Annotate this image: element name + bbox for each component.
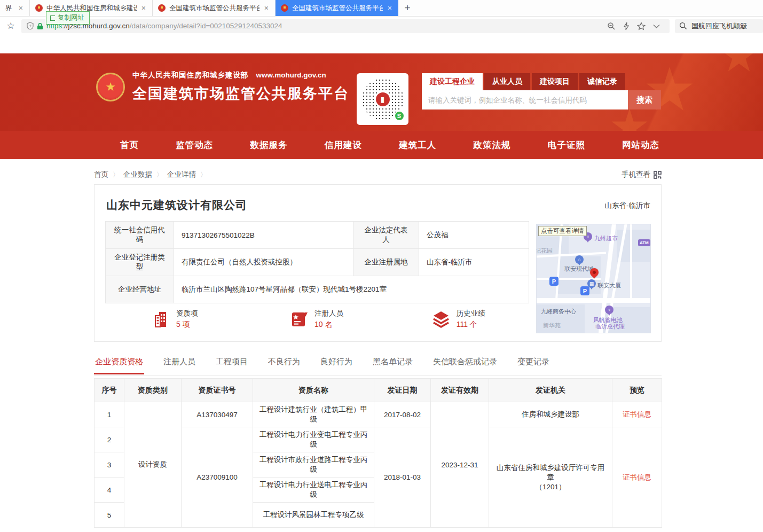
company-info-table: 统一社会信用代码 91371302675501022B 企业法定代表人 公茂福 … (105, 221, 529, 303)
site-favicon-icon (35, 4, 43, 12)
col-seq: 序号 (95, 379, 124, 402)
search-tab-enterprise[interactable]: 建设工程企业 (422, 73, 483, 90)
preview-cell: 证书信息 (612, 402, 662, 427)
new-tab-button[interactable]: + (398, 0, 416, 16)
reg-type-label: 企业登记注册类型 (106, 249, 174, 276)
qr-center-logo-icon: ▮ (374, 91, 391, 108)
qr-pattern: ▮ S (362, 79, 404, 120)
ministry-url: www.mohurd.gov.cn (256, 71, 326, 79)
col-expiry: 发证有效期 (431, 379, 489, 402)
tab-close-icon[interactable]: × (263, 4, 270, 12)
authority-line2: （1201） (493, 482, 608, 492)
address-label: 企业经营地址 (106, 276, 174, 303)
breadcrumb-home[interactable]: 首页 (94, 170, 108, 179)
tab-good-behavior[interactable]: 良好行为 (319, 354, 353, 374)
tab-qualifications[interactable]: 企业资质资格 (94, 354, 144, 374)
col-authority: 发证机关 (489, 379, 612, 402)
tab-dishonesty-records[interactable]: 失信联合惩戒记录 (432, 354, 498, 374)
search-tab-project[interactable]: 建设项目 (532, 73, 578, 90)
certificate-icon (291, 311, 308, 327)
nav-item-supervision[interactable]: 监管动态 (176, 139, 213, 151)
site-header: ★ 中华人民共和国住房和城乡建设部www.mohurd.gov.cn 全国建筑市… (0, 53, 763, 131)
table-row: 1 设计资质 A137030497 工程设计建筑行业（建筑工程）甲级 2017-… (95, 402, 662, 427)
chevron-down-icon[interactable] (653, 24, 660, 28)
tab-change-records[interactable]: 变更记录 (516, 354, 550, 374)
map-label: 新华苑 (543, 322, 561, 330)
nav-item-policy[interactable]: 政策法规 (473, 139, 510, 151)
map-label: 联安大厦 (597, 281, 621, 290)
nav-item-home[interactable]: 首页 (120, 139, 139, 151)
category-cell: 设计资质 (124, 402, 182, 528)
col-category: 资质类别 (124, 379, 182, 402)
nav-item-workers[interactable]: 建筑工人 (399, 139, 436, 151)
browser-tab-active[interactable]: 全国建筑市场监管公共服务平台 × (276, 0, 398, 16)
map-label: 九峰商务中心 (541, 308, 576, 316)
search-icon (679, 22, 687, 30)
parking-icon: P (549, 277, 559, 286)
breadcrumb-company-data[interactable]: 企业数据 (123, 170, 152, 179)
breadcrumb-company-detail[interactable]: 企业详情 (167, 170, 196, 179)
site-favicon-icon (281, 4, 288, 12)
search-tab-personnel[interactable]: 从业人员 (484, 73, 530, 90)
nav-item-credit[interactable]: 信用建设 (325, 139, 362, 151)
tab-close-icon[interactable]: × (140, 4, 147, 12)
tab-bad-behavior[interactable]: 不良行为 (267, 354, 301, 374)
stat-value[interactable]: 111 个 (457, 320, 485, 330)
browser-tab-2[interactable]: 全国建筑市场监管公共服务平台 × (153, 0, 276, 16)
search-button[interactable]: 搜索 (628, 90, 661, 109)
main-navigation: 首页 监管动态 数据服务 信用建设 建筑工人 政策法规 电子证照 网站动态 (0, 131, 763, 159)
location-map[interactable]: 点击可查看详情 ♆ 九州超市 ATM 纪花园 ⌂ 联安现代城 ▦ 联安大厦 P … (536, 224, 651, 333)
stat-value[interactable]: 10 名 (314, 320, 343, 330)
authority-cell: 住房和城乡建设部 (489, 402, 612, 427)
lightning-icon[interactable] (623, 22, 630, 30)
map-label: 纪花园 (536, 247, 553, 255)
qr-code-icon[interactable] (654, 171, 662, 179)
bookmark-star-icon[interactable]: ☆ (0, 20, 21, 32)
tab-close-icon[interactable]: × (387, 4, 393, 12)
seq-cell: 1 (95, 402, 124, 427)
nav-item-site-news[interactable]: 网站动态 (622, 139, 659, 151)
cert-no-cell: A237009100 (182, 427, 253, 528)
shield-permissions-icon[interactable] (27, 22, 34, 30)
reg-place-value: 山东省-临沂市 (419, 249, 529, 276)
browser-tab-0[interactable]: 界 × (0, 0, 30, 16)
preview-cell: 证书信息 (612, 427, 662, 528)
copy-url-tooltip-label: 复制网址 (58, 13, 84, 22)
seq-cell: 5 (95, 503, 124, 528)
qual-name-cell: 工程设计风景园林工程专项乙级 (253, 503, 374, 528)
platform-title: 全国建筑市场监管公共服务平台 (132, 84, 349, 103)
site-brand: ★ 中华人民共和国住房和城乡建设部www.mohurd.gov.cn 全国建筑市… (96, 71, 349, 103)
building-icon (154, 311, 170, 328)
zoom-out-icon[interactable] (607, 22, 616, 30)
address-bar[interactable]: https://jzsc.mohurd.gov.cn/data/company/… (21, 19, 670, 33)
layers-icon (432, 311, 450, 328)
nav-item-data-service[interactable]: 数据服务 (250, 139, 288, 151)
address-value: 临沂市兰山区陶然路107号星河晶都（联安）现代城1号楼2201室 (174, 276, 529, 303)
tab-blacklist[interactable]: 黑名单记录 (372, 354, 414, 374)
legal-rep-label: 企业法定代表人 (353, 222, 419, 249)
search-tab-credit[interactable]: 诚信记录 (579, 73, 625, 90)
stat-history-performance: 历史业绩 111 个 (388, 309, 529, 330)
copy-url-tooltip: 复制网址 (46, 11, 90, 25)
tab-projects[interactable]: 工程项目 (215, 354, 249, 374)
issue-date-cell: 2017-08-02 (374, 402, 431, 427)
certificate-info-link[interactable]: 证书信息 (623, 410, 651, 418)
mobile-view-label[interactable]: 手机查看 (622, 170, 650, 179)
tab-registered-personnel[interactable]: 注册人员 (162, 354, 196, 374)
stat-value[interactable]: 5 项 (176, 320, 198, 330)
map-label: 临沂总代理 (595, 323, 625, 331)
nav-item-e-license[interactable]: 电子证照 (548, 139, 585, 151)
cert-no-cell: A137030497 (182, 402, 253, 427)
tab-close-icon[interactable]: × (18, 4, 24, 12)
qual-name-cell: 工程设计电力行业变电工程专业丙级 (253, 427, 374, 452)
favorite-star-icon[interactable] (637, 22, 646, 30)
certificate-info-link[interactable]: 证书信息 (623, 473, 651, 481)
ministry-line: 中华人民共和国住房和城乡建设部www.mohurd.gov.cn (132, 71, 349, 80)
search-category-tabs: 建设工程企业 从业人员 建设项目 诚信记录 (422, 73, 661, 90)
map-road (630, 224, 632, 299)
keyword-search-input[interactable] (422, 90, 628, 109)
legal-rep-value: 公茂福 (419, 222, 529, 249)
qualification-table: 序号 资质类别 资质证书号 资质名称 发证日期 发证有效期 发证机关 预览 1 … (94, 378, 662, 528)
header-search-module: 建设工程企业 从业人员 建设项目 诚信记录 搜索 (422, 73, 661, 109)
browser-search-box[interactable]: 国航回应飞机颠簸 (675, 19, 763, 33)
